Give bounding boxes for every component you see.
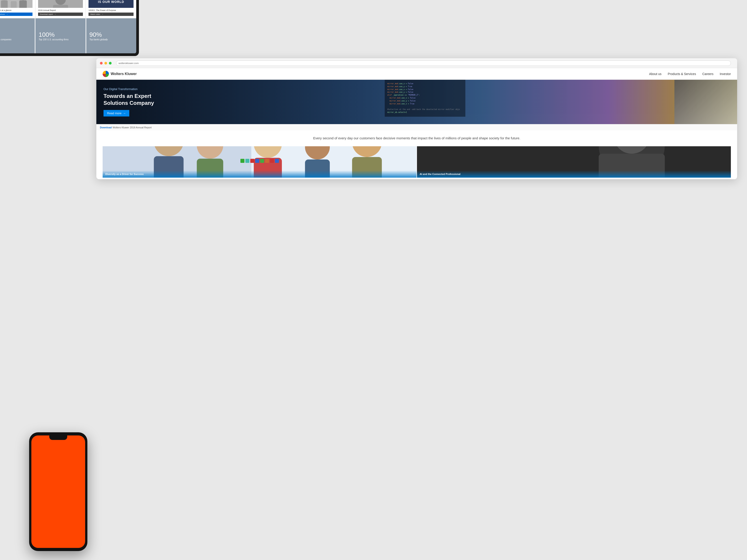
- svg-rect-6: [11, 1, 17, 8]
- tablet-cards-row: Wolters Kluwer at a glance Download broc…: [0, 0, 136, 18]
- nav-link-careers[interactable]: Careers: [702, 72, 713, 76]
- wk-logo-text: Wolters Kluwer: [111, 72, 137, 76]
- tablet-stat-2-label: Top 100 U.S. accounting firms: [38, 38, 82, 41]
- watch-video-button[interactable]: Watch video: [88, 12, 133, 16]
- phone-device: [29, 432, 87, 551]
- wk-hero-subtitle: Our Digital Transformation: [104, 87, 154, 91]
- wk-card-diversity-overlay: Diversity as a Driver for Success: [103, 170, 416, 178]
- tablet-card-report: 2018 Annual Report Download report: [35, 0, 86, 18]
- wk-nav-links: About us Products & Services Careers Inv…: [649, 72, 731, 76]
- wk-card-ai-label: AI and the Connected Professional: [420, 173, 728, 176]
- phone-screen: [31, 435, 85, 548]
- tablet-stat-2: 100% Top 100 U.S. accounting firms: [35, 18, 86, 53]
- browser-maximize-dot[interactable]: [109, 62, 111, 64]
- browser-url-text: wolterskluwer.com: [119, 62, 139, 64]
- tablet-card-img-2: [38, 0, 83, 8]
- card-color-dots: [240, 159, 279, 163]
- svg-rect-11: [53, 5, 68, 8]
- wk-hero-code-lines: mirror_mod.use_x = False mirror_mod.use_…: [385, 80, 465, 117]
- browser-window: wolterskluwer.com Wolters Kluwer About u…: [96, 58, 737, 179]
- tablet-stat-1-label: Fortune 500 companies: [0, 38, 32, 41]
- download-bar-text: Wolters Kluwer 2018 Annual Report: [113, 126, 152, 129]
- wk-navbar: Wolters Kluwer About us Products & Servi…: [96, 68, 737, 80]
- download-report-button[interactable]: Download report: [38, 12, 83, 16]
- svg-rect-4: [1, 0, 8, 8]
- wk-download-bar: Download Wolters Kluwer 2018 Annual Repo…: [96, 124, 737, 130]
- nav-link-products[interactable]: Products & Services: [668, 72, 696, 76]
- wk-card-ai-overlay: AI and the Connected Professional: [417, 170, 731, 178]
- tablet-screen: Wolters Kluwer at a glance Download broc…: [0, 0, 136, 53]
- wk-hero-banner: mirror_mod.use_x = False mirror_mod.use_…: [96, 80, 737, 124]
- wk-hero-code-overlay: mirror_mod.use_x = False mirror_mod.use_…: [385, 80, 737, 124]
- tablet-stat-1: % Fortune 500 companies: [0, 18, 35, 53]
- wk-card-diversity[interactable]: Diversity as a Driver for Success: [103, 146, 416, 178]
- browser-minimize-dot[interactable]: [104, 62, 107, 64]
- wk-hero-content: Our Digital Transformation Towards an Ex…: [96, 83, 161, 121]
- tablet-stat-3-label: Top banks globally: [89, 38, 133, 41]
- read-more-arrow-icon: →: [123, 111, 126, 115]
- wk-card-diversity-label: Diversity as a Driver for Success: [105, 173, 414, 176]
- nav-link-investor[interactable]: Investor: [720, 72, 731, 76]
- download-brochure-button[interactable]: Download brochure: [0, 12, 32, 16]
- nav-link-about[interactable]: About us: [649, 72, 662, 76]
- tablet-stat-3: 90% Top banks globally: [86, 18, 136, 53]
- wk-read-more-button[interactable]: Read more →: [104, 110, 129, 116]
- tablet-card-brochure: Wolters Kluwer at a glance Download broc…: [0, 0, 35, 18]
- wk-hero-title: Towards an ExpertSolutions Company: [104, 92, 154, 106]
- tablet-card-2-title: 2018 Annual Report: [38, 9, 83, 11]
- tablet-stats-row: % Fortune 500 companies 100% Top 100 U.S…: [0, 18, 136, 53]
- tablet-card-1-title: Wolters Kluwer at a glance: [0, 9, 32, 11]
- tablet-device: Wolters Kluwer at a glance Download broc…: [0, 0, 139, 56]
- tablet-card-img-3: IS OUR WORLD: [88, 0, 133, 8]
- tablet-stat-1-number: %: [0, 31, 32, 38]
- tablet-stat-2-number: 100%: [38, 31, 82, 38]
- wk-logo: Wolters Kluwer: [103, 71, 137, 77]
- wk-card-ai[interactable]: AI and the Connected Professional: [417, 146, 731, 178]
- wk-content-cards: Diversity as a Driver for Success AI and…: [96, 146, 737, 178]
- tablet-card-3-title: VIDEO. The Power of Purpose: [88, 9, 133, 11]
- wk-logo-icon: [103, 71, 109, 77]
- tablet-stat-3-number: 90%: [89, 31, 133, 38]
- phone-notch: [49, 435, 67, 440]
- tablet-card-video: IS OUR WORLD VIDEO. The Power of Purpose…: [86, 0, 136, 18]
- wk-tagline: Every second of every day our customers …: [96, 130, 737, 146]
- svg-rect-8: [19, 0, 27, 8]
- browser-close-dot[interactable]: [100, 62, 103, 64]
- wk-hero-face: [674, 80, 737, 124]
- browser-url-bar[interactable]: wolterskluwer.com: [116, 60, 731, 66]
- tablet-card-img-1: [0, 0, 32, 8]
- browser-chrome-bar: wolterskluwer.com: [96, 58, 737, 68]
- download-bar-prefix[interactable]: Download: [100, 126, 112, 129]
